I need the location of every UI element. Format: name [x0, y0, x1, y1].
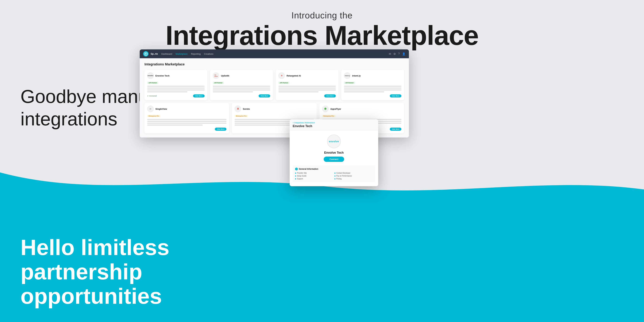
card-header-upsellit: UpSellit UpSellit — [213, 72, 270, 79]
nav-icons: ✉ ⚙ ? 👤 — [389, 52, 406, 56]
detail-company-logo: envolve — [327, 134, 341, 148]
card-header-soreto: ✕ Soreto — [234, 106, 314, 112]
info-provider-label: Provider Site — [297, 172, 307, 174]
check-icon: ✔ — [147, 95, 148, 97]
info-pay-label: Pay on Performance — [336, 175, 352, 177]
nav-creatives[interactable]: Creatives — [204, 53, 214, 55]
introducing-label: Introducing the — [0, 10, 644, 20]
brand-name-text: Sp..rtz — [150, 52, 158, 55]
appsflyer-badge: Enterprise Pro — [322, 115, 336, 117]
line — [278, 91, 318, 92]
upsellit-footer: View More — [213, 94, 270, 98]
browser-navbar: Sp..rtz Dashboard Marketplace Reporting … — [140, 50, 409, 58]
line — [234, 124, 290, 126]
card-singleview: SV SingleView Enterprise Pro View More — [144, 103, 229, 134]
card-envolve: envolve Envolve Tech API Partner ✔ Conne… — [144, 70, 207, 100]
hello-text: Hello limitlesspartnership opportunities — [20, 235, 208, 308]
help-icon[interactable]: ? — [398, 52, 400, 55]
bell-icon[interactable]: ✉ — [389, 52, 391, 56]
detail-logo-text: envolve — [329, 140, 339, 143]
singleview-name: SingleView — [156, 108, 167, 110]
user-icon[interactable]: 👤 — [402, 52, 406, 56]
envolve-badge: API Partner — [147, 82, 158, 84]
gear-icon[interactable]: ⚙ — [394, 52, 396, 56]
info-dot — [295, 176, 296, 176]
view-more-btn-upsellit[interactable]: View More — [258, 94, 270, 98]
line — [278, 88, 336, 88]
hero-section: Introducing the Integrations Marketplace — [0, 10, 644, 50]
view-more-btn-envolve[interactable]: View More — [193, 94, 204, 98]
general-info-title: i General Information — [295, 168, 373, 170]
nav-dashboard[interactable]: Dashboard — [161, 53, 172, 55]
card-retargeted: 🎯 Retargeted AI API Partner View More — [276, 70, 338, 100]
connect-button[interactable]: Connect — [324, 156, 344, 162]
line — [213, 91, 253, 92]
soreto-badge: Enterprise Pro — [234, 115, 248, 117]
line — [213, 86, 270, 87]
detail-panel-title: Envolve Tech — [293, 124, 375, 128]
line — [278, 86, 336, 87]
info-item-pay: Pay on Performance — [334, 175, 373, 177]
view-more-btn-retargeted[interactable]: View More — [324, 94, 336, 98]
nav-marketplace[interactable]: Marketplace — [176, 53, 188, 55]
line — [147, 88, 204, 88]
envolve-footer: ✔ Connected View More — [147, 94, 204, 98]
line — [344, 91, 384, 92]
intently-name: intent.ly — [352, 74, 361, 77]
singleview-lines — [147, 119, 226, 126]
info-contact-label: Contact Developer — [336, 172, 350, 174]
intently-badge: API Partner — [344, 82, 355, 84]
card-header-appsflyer: ❋ AppsFlyer — [322, 106, 402, 112]
envolve-lines — [147, 86, 204, 92]
card-header-intently: ≡intent.ly intent.ly — [344, 72, 402, 79]
detail-breadcrumb[interactable]: < Integrations Marketplace — [293, 122, 375, 124]
singleview-badge: Enterprise Pro — [147, 115, 160, 117]
retargeted-logo: 🎯 — [278, 72, 285, 79]
line — [344, 88, 402, 88]
line — [147, 119, 226, 120]
retargeted-footer: View More — [278, 94, 336, 98]
info-item-support: Support — [295, 178, 334, 180]
line — [344, 90, 402, 90]
line — [147, 123, 226, 124]
card-intently: ≡intent.ly intent.ly API Partner View Mo… — [341, 70, 404, 100]
intently-lines — [344, 86, 402, 92]
retargeted-lines — [278, 86, 336, 92]
card-upsellit: UpSellit UpSellit API Partner View More — [210, 70, 273, 100]
nav-reporting[interactable]: Reporting — [191, 53, 200, 55]
view-more-btn-appsflyer[interactable]: View More — [390, 128, 402, 131]
upsellit-logo: UpSellit — [213, 72, 219, 79]
view-more-btn-intently[interactable]: View More — [390, 94, 402, 98]
detail-panel: < Integrations Marketplace Envolve Tech … — [290, 119, 378, 186]
line — [278, 90, 336, 90]
connected-status: ✔ Connected — [147, 95, 157, 97]
svg-point-1 — [145, 53, 146, 54]
main-title: Integrations Marketplace — [0, 20, 644, 50]
view-more-btn-singleview[interactable]: View More — [215, 128, 226, 131]
info-setup-label: Setup Guide — [297, 175, 306, 177]
line — [147, 124, 203, 126]
envolve-logo: envolve — [147, 72, 154, 79]
intently-footer: View More — [344, 94, 402, 98]
general-info-section: i General Information Provider Site Cont… — [293, 165, 375, 182]
detail-logo-area: envolve — [293, 134, 375, 148]
line — [344, 86, 402, 87]
cards-row-1: envolve Envolve Tech API Partner ✔ Conne… — [144, 70, 404, 100]
appsflyer-name: AppsFlyer — [330, 108, 341, 110]
upsellit-lines — [213, 86, 270, 92]
info-pricing-label: Pricing — [336, 178, 342, 180]
info-dot — [334, 178, 336, 180]
singleview-footer: View More — [147, 128, 226, 131]
info-support-label: Support — [297, 178, 303, 180]
retargeted-badge: API Partner — [278, 82, 290, 84]
info-item-provider: Provider Site — [295, 172, 334, 174]
intently-logo: ≡intent.ly — [344, 72, 350, 79]
line — [147, 91, 188, 92]
info-items-grid: Provider Site Contact Developer Setup Gu… — [295, 172, 373, 180]
soreto-logo: ✕ — [234, 106, 241, 112]
nav-links: Dashboard Marketplace Reporting Creative… — [161, 53, 387, 55]
general-info-label: General Information — [299, 168, 318, 170]
card-header-singleview: SV SingleView — [147, 106, 226, 112]
info-item-contact: Contact Developer — [334, 172, 373, 174]
soreto-name: Soreto — [243, 108, 250, 110]
